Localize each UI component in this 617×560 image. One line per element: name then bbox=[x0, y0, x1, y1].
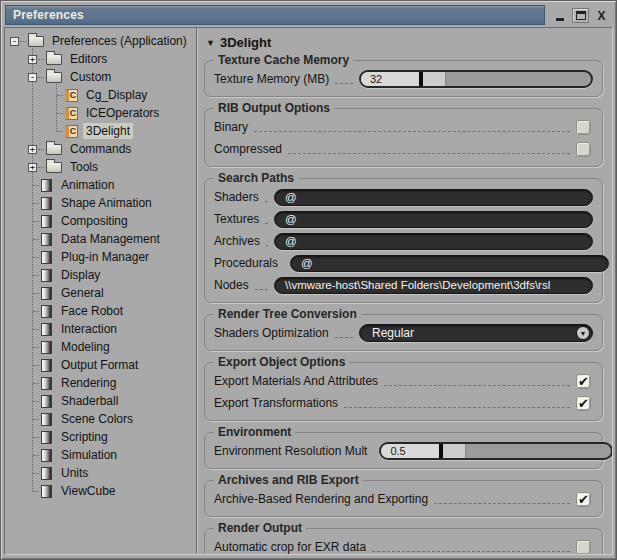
tree-item-custom[interactable]: - Custom bbox=[28, 68, 114, 86]
tree-item-tools[interactable]: + Tools bbox=[28, 158, 101, 176]
tree-item-label[interactable]: Commands bbox=[67, 141, 134, 157]
tree-item-general[interactable]: General bbox=[32, 284, 107, 302]
export-transformations-checkbox[interactable]: ✔ bbox=[576, 396, 591, 411]
property-page-icon bbox=[41, 377, 52, 390]
tree-item-rendering[interactable]: Rendering bbox=[32, 374, 119, 392]
tree-item-label[interactable]: Preferences (Application) bbox=[49, 33, 190, 49]
slider-value[interactable]: 32 bbox=[361, 72, 419, 86]
tree-item-face-robot[interactable]: Face Robot bbox=[32, 302, 126, 320]
binary-checkbox[interactable] bbox=[576, 120, 591, 135]
group-title: Export Object Options bbox=[214, 355, 349, 369]
tree-item-label[interactable]: Plug-in Manager bbox=[58, 249, 152, 265]
compressed-checkbox[interactable] bbox=[576, 142, 591, 157]
tree-item-cg-display[interactable]: C Cg_Display bbox=[56, 86, 150, 104]
export-materials-checkbox[interactable]: ✔ bbox=[576, 374, 591, 389]
property-page-icon bbox=[41, 449, 52, 462]
tree-item-label[interactable]: ICEOperators bbox=[83, 105, 162, 121]
tree-item-scripting[interactable]: Scripting bbox=[32, 428, 111, 446]
folder-icon bbox=[46, 162, 62, 173]
slider-handle[interactable] bbox=[443, 444, 466, 458]
tree-item-label[interactable]: Modeling bbox=[58, 339, 113, 355]
tree-item-label[interactable]: ViewCube bbox=[58, 483, 118, 499]
expand-icon[interactable]: + bbox=[28, 145, 37, 154]
maximize-button[interactable] bbox=[572, 8, 589, 23]
tree-item-animation[interactable]: Animation bbox=[32, 176, 117, 194]
tree-item-label[interactable]: Data Management bbox=[58, 231, 163, 247]
preferences-tree[interactable]: - Preferences (Application) + Editors - … bbox=[5, 28, 197, 554]
shaders-optimization-dropdown[interactable]: Regular ▼ bbox=[359, 324, 593, 342]
property-page-icon bbox=[41, 269, 52, 282]
tree-item-viewcube[interactable]: ViewCube bbox=[32, 482, 118, 500]
tree-item-modeling[interactable]: Modeling bbox=[32, 338, 113, 356]
expand-icon[interactable]: + bbox=[28, 55, 37, 64]
minimize-button[interactable] bbox=[551, 8, 568, 23]
expand-icon[interactable]: + bbox=[28, 163, 37, 172]
close-icon: X bbox=[597, 9, 605, 23]
titlebar-caption-area[interactable]: Preferences bbox=[5, 5, 545, 25]
procedurals-path-row: Procedurals @ bbox=[214, 252, 593, 274]
dotted-leader bbox=[288, 153, 570, 154]
tree-item-label[interactable]: Display bbox=[58, 267, 103, 283]
collapse-icon[interactable]: - bbox=[28, 73, 37, 82]
group-title: Texture Cache Memory bbox=[214, 53, 353, 67]
close-button[interactable]: X bbox=[593, 8, 610, 23]
collapse-icon[interactable]: - bbox=[10, 37, 19, 46]
archives-path-field[interactable]: @ bbox=[274, 233, 593, 250]
folder-icon bbox=[46, 54, 62, 65]
custom-plugin-icon: C bbox=[65, 89, 78, 102]
dropdown-button[interactable]: ▼ bbox=[576, 326, 590, 340]
tree-item-3delight[interactable]: C 3Delight bbox=[56, 122, 133, 140]
tree-item-label[interactable]: Editors bbox=[67, 51, 110, 67]
shaders-optimization-row: Shaders Optimization Regular ▼ bbox=[214, 322, 593, 344]
tree-item-label[interactable]: Shape Animation bbox=[58, 195, 155, 211]
textures-path-field[interactable]: @ bbox=[274, 211, 593, 228]
procedurals-path-field[interactable]: @ bbox=[290, 255, 609, 272]
tree-item-commands[interactable]: + Commands bbox=[28, 140, 134, 158]
tree-item-label[interactable]: Compositing bbox=[58, 213, 131, 229]
tree-item-editors[interactable]: + Editors bbox=[28, 50, 110, 68]
tree-item-label[interactable]: Interaction bbox=[58, 321, 120, 337]
slider-value[interactable]: 0.5 bbox=[381, 444, 439, 458]
tree-item-label[interactable]: Scene Colors bbox=[58, 411, 136, 427]
tree-item-interaction[interactable]: Interaction bbox=[32, 320, 120, 338]
collapse-arrow-icon[interactable]: ▼ bbox=[206, 38, 215, 48]
panel-header[interactable]: ▼ 3Delight bbox=[206, 35, 603, 50]
custom-plugin-icon: C bbox=[65, 107, 78, 120]
tree-item-display[interactable]: Display bbox=[32, 266, 103, 284]
tree-item-label[interactable]: Units bbox=[58, 465, 91, 481]
texture-memory-slider[interactable]: 32 bbox=[359, 70, 593, 88]
tree-item-label[interactable]: Output Format bbox=[58, 357, 141, 373]
tree-item-label[interactable]: Animation bbox=[58, 177, 117, 193]
tree-item-label[interactable]: Cg_Display bbox=[83, 87, 150, 103]
tree-item-shaderball[interactable]: Shaderball bbox=[32, 392, 121, 410]
tree-item-label[interactable]: General bbox=[58, 285, 107, 301]
tree-item-shape-animation[interactable]: Shape Animation bbox=[32, 194, 155, 212]
group-title: Environment bbox=[214, 425, 295, 439]
titlebar[interactable]: Preferences X bbox=[5, 5, 612, 25]
archive-based-checkbox[interactable]: ✔ bbox=[576, 492, 591, 507]
environment-resolution-slider[interactable]: 0.5 bbox=[379, 442, 612, 460]
tree-item-plugin-manager[interactable]: Plug-in Manager bbox=[32, 248, 152, 266]
tree-item-label[interactable]: Face Robot bbox=[58, 303, 126, 319]
tree-item-label-selected[interactable]: 3Delight bbox=[83, 123, 133, 139]
tree-item-simulation[interactable]: Simulation bbox=[32, 446, 120, 464]
tree-item-label[interactable]: Scripting bbox=[58, 429, 111, 445]
tree-item-scene-colors[interactable]: Scene Colors bbox=[32, 410, 136, 428]
tree-item-label[interactable]: Tools bbox=[67, 159, 101, 175]
tree-item-label[interactable]: Shaderball bbox=[58, 393, 121, 409]
custom-plugin-icon: C bbox=[65, 125, 78, 138]
tree-item-label[interactable]: Rendering bbox=[58, 375, 119, 391]
tree-item-units[interactable]: Units bbox=[32, 464, 91, 482]
auto-crop-checkbox[interactable] bbox=[576, 540, 591, 555]
tree-item-label[interactable]: Simulation bbox=[58, 447, 120, 463]
tree-item-label[interactable]: Custom bbox=[67, 69, 114, 85]
dotted-leader bbox=[384, 385, 570, 386]
tree-item-compositing[interactable]: Compositing bbox=[32, 212, 131, 230]
tree-item-preferences-application[interactable]: - Preferences (Application) bbox=[10, 32, 190, 50]
tree-item-iceoperators[interactable]: C ICEOperators bbox=[56, 104, 162, 122]
tree-item-data-management[interactable]: Data Management bbox=[32, 230, 163, 248]
nodes-path-field[interactable]: \\vmware-host\Shared Folders\Development… bbox=[274, 277, 593, 294]
tree-item-output-format[interactable]: Output Format bbox=[32, 356, 141, 374]
slider-handle[interactable] bbox=[423, 72, 446, 86]
shaders-path-field[interactable]: @ bbox=[274, 189, 593, 206]
